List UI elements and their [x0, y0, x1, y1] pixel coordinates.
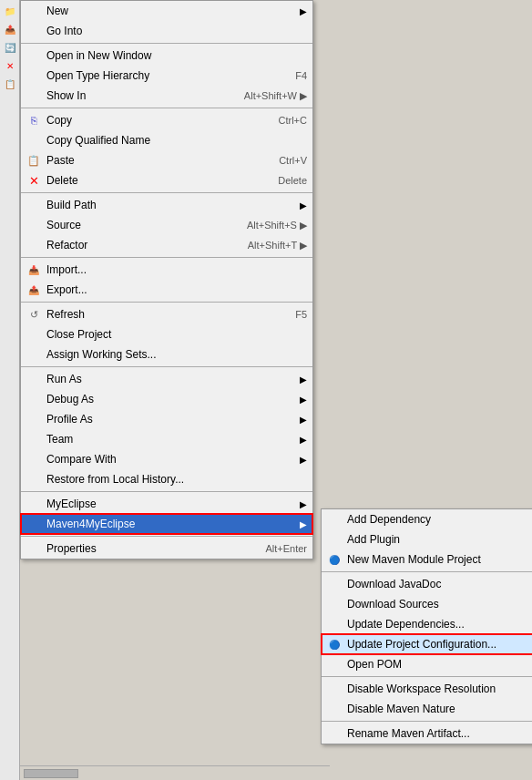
- menu-item-open-new-window[interactable]: Open in New Window: [21, 46, 312, 66]
- bottom-scrollbar[interactable]: [20, 765, 330, 780]
- menu-item-show-in[interactable]: Show In Alt+Shift+W ▶: [21, 86, 312, 106]
- submenu-item-add-plugin[interactable]: Add Plugin: [322, 529, 532, 549]
- label: Add Plugin: [347, 533, 400, 546]
- separator-7: [21, 491, 312, 492]
- label: Team: [46, 433, 73, 446]
- label: Refactor: [46, 239, 87, 251]
- menu-item-paste[interactable]: 📋 Paste Ctrl+V: [21, 150, 312, 170]
- label: MyEclipse: [46, 498, 97, 510]
- submenu-separator-1: [322, 571, 532, 572]
- menu-item-run-as[interactable]: Run As ▶: [21, 369, 312, 389]
- menu-item-compare-with[interactable]: Compare With ▶: [21, 449, 312, 469]
- shortcut: Alt+Enter: [247, 543, 307, 554]
- label: Open in New Window: [46, 49, 151, 62]
- menu-item-maven4myeclipse[interactable]: Maven4MyEclipse ▶: [21, 514, 312, 534]
- sidebar-icon-5[interactable]: 📋: [3, 77, 17, 91]
- label: Copy Qualified Name: [46, 134, 150, 147]
- arrow-icon: ▶: [300, 415, 307, 425]
- menu-item-myeclipse[interactable]: MyEclipse ▶: [21, 494, 312, 514]
- submenu-item-disable-workspace[interactable]: Disable Workspace Resolution: [322, 679, 532, 699]
- menu-item-copy-qualified[interactable]: Copy Qualified Name: [21, 130, 312, 150]
- label: Assign Working Sets...: [46, 348, 157, 361]
- menu-item-close-project[interactable]: Close Project: [21, 324, 312, 344]
- shortcut: Alt+Shift+W ▶: [226, 90, 307, 102]
- sidebar: 📁 📤 🔄 ✕ 📋: [0, 0, 20, 780]
- scrollbar-thumb[interactable]: [24, 769, 78, 778]
- separator-1: [21, 43, 312, 44]
- menu-item-refactor[interactable]: Refactor Alt+Shift+T ▶: [21, 235, 312, 255]
- shortcut: Ctrl+C: [261, 115, 307, 126]
- menu-item-debug-as[interactable]: Debug As ▶: [21, 389, 312, 409]
- delete-icon: ✕: [26, 173, 41, 188]
- menu-item-team[interactable]: Team ▶: [21, 429, 312, 449]
- submenu-item-disable-maven-nature[interactable]: Disable Maven Nature: [322, 699, 532, 719]
- import-icon: 📥: [26, 262, 41, 277]
- menu-item-build-path[interactable]: Build Path ▶: [21, 195, 312, 215]
- menu-item-refresh[interactable]: ↺ Refresh F5: [21, 304, 312, 324]
- label: Rename Maven Artifact...: [347, 727, 470, 740]
- arrow-icon: ▶: [300, 6, 307, 16]
- label: Run As: [46, 373, 82, 385]
- submenu-item-add-dependency[interactable]: Add Dependency: [322, 509, 532, 529]
- label: Update Dependencies...: [347, 618, 465, 631]
- shortcut: F4: [277, 70, 307, 81]
- label: Refresh: [46, 308, 85, 321]
- refresh-icon: ↺: [26, 307, 41, 322]
- menu-item-restore-local-history[interactable]: Restore from Local History...: [21, 469, 312, 489]
- label: Copy: [46, 114, 72, 127]
- paste-icon: 📋: [26, 153, 41, 168]
- submenu-item-download-javadoc[interactable]: Download JavaDoc: [322, 574, 532, 594]
- label: Build Path: [46, 199, 97, 211]
- label: Maven4MyEclipse: [46, 518, 135, 530]
- sidebar-icon-2[interactable]: 📤: [3, 22, 17, 36]
- sidebar-icon-3[interactable]: 🔄: [3, 40, 17, 55]
- menu-item-delete[interactable]: ✕ Delete Delete: [21, 170, 312, 190]
- submenu-item-rename-maven-artifact[interactable]: Rename Maven Artifact...: [322, 724, 532, 744]
- submenu-item-new-maven-module[interactable]: 🔵 New Maven Module Project: [322, 549, 532, 570]
- submenu-item-download-sources[interactable]: Download Sources: [322, 594, 532, 614]
- shortcut: Alt+Shift+T ▶: [230, 240, 307, 251]
- shortcut: Alt+Shift+S ▶: [229, 220, 307, 231]
- sidebar-icon-1[interactable]: 📁: [3, 4, 17, 18]
- shortcut: Ctrl+V: [261, 155, 307, 166]
- label: Profile As: [46, 413, 93, 426]
- menu-item-properties[interactable]: Properties Alt+Enter: [21, 539, 312, 559]
- separator-6: [21, 366, 312, 367]
- separator-8: [21, 536, 312, 537]
- sidebar-icon-4[interactable]: ✕: [3, 58, 17, 73]
- arrow-icon: ▶: [300, 499, 307, 509]
- submenu-item-update-config[interactable]: 🔵 Update Project Configuration...: [322, 634, 532, 654]
- shortcut: F5: [277, 309, 307, 320]
- menu-item-copy[interactable]: ⎘ Copy Ctrl+C: [21, 110, 312, 130]
- label: New Maven Module Project: [347, 553, 481, 566]
- arrow-icon: ▶: [300, 435, 307, 445]
- separator-3: [21, 192, 312, 193]
- arrow-icon: ▶: [300, 375, 307, 385]
- context-menu: New ▶ Go Into Open in New Window Open Ty…: [20, 0, 313, 559]
- menu-item-go-into[interactable]: Go Into: [21, 21, 312, 41]
- menu-item-profile-as[interactable]: Profile As ▶: [21, 409, 312, 429]
- label: Close Project: [46, 328, 111, 341]
- shortcut: Delete: [260, 175, 307, 186]
- submenu-item-update-dependencies[interactable]: Update Dependencies...: [322, 614, 532, 634]
- maven-icon: 🔵: [327, 552, 342, 567]
- label: Properties: [46, 542, 97, 555]
- menu-item-source[interactable]: Source Alt+Shift+S ▶: [21, 215, 312, 235]
- label: Disable Workspace Resolution: [347, 682, 496, 695]
- label: Source: [46, 219, 81, 231]
- menu-item-open-type-hierarchy[interactable]: Open Type Hierarchy F4: [21, 66, 312, 86]
- label: Import...: [46, 263, 87, 276]
- label: Open Type Hierarchy: [46, 69, 149, 82]
- label: Download Sources: [347, 598, 439, 611]
- submenu-item-open-pom[interactable]: Open POM: [322, 654, 532, 674]
- arrow-icon: ▶: [300, 455, 307, 465]
- copy-icon: ⎘: [26, 113, 41, 128]
- separator-4: [21, 257, 312, 258]
- menu-item-new[interactable]: New ▶: [21, 1, 312, 21]
- menu-item-assign-working-sets[interactable]: Assign Working Sets...: [21, 344, 312, 364]
- label: Add Dependency: [347, 513, 431, 526]
- menu-item-export[interactable]: 📤 Export...: [21, 280, 312, 300]
- submenu-separator-2: [322, 676, 532, 677]
- label: Download JavaDoc: [347, 578, 441, 590]
- menu-item-import[interactable]: 📥 Import...: [21, 260, 312, 280]
